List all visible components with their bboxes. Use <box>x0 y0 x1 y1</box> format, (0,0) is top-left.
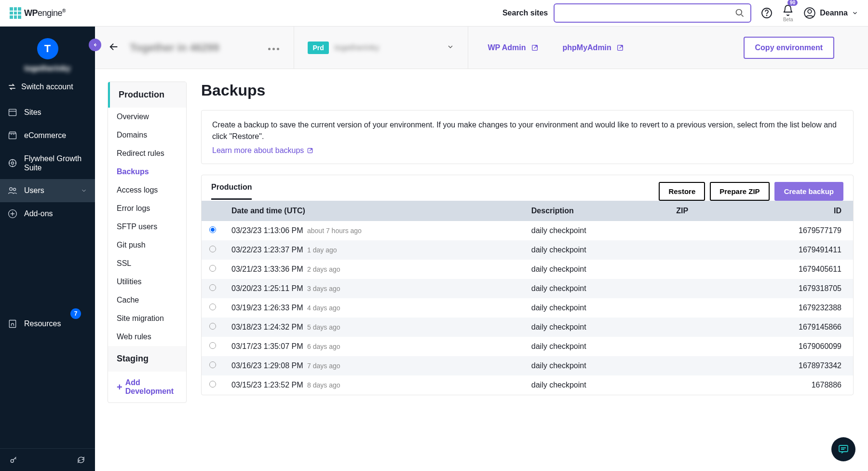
svg-point-9 <box>10 188 13 191</box>
sub-nav-overview[interactable]: Overview <box>108 108 186 126</box>
backup-radio[interactable] <box>209 342 216 349</box>
sidebar-item-label: Add-ons <box>24 209 53 218</box>
info-box: Create a backup to save the current vers… <box>201 110 854 164</box>
table-row[interactable]: 03/21/23 1:33:36 PM 2 days agodaily chec… <box>202 260 853 279</box>
refresh-icon[interactable] <box>77 456 85 464</box>
sub-nav-backups[interactable]: Backups <box>108 163 186 181</box>
site-name: Together in 46299 <box>130 42 219 54</box>
search-box[interactable] <box>554 3 751 23</box>
account-block: T togetherinky <box>0 27 95 78</box>
sub-nav-production-header[interactable]: Production <box>108 82 186 108</box>
backup-description: daily checkpoint <box>524 356 668 375</box>
learn-more-link[interactable]: Learn more about backups <box>212 146 313 155</box>
sidebar-item-label: Resources <box>24 319 61 328</box>
backup-description: daily checkpoint <box>524 279 668 298</box>
sidebar-item-ecommerce[interactable]: eCommerce <box>0 124 95 147</box>
backup-radio[interactable] <box>209 265 216 272</box>
sidebar-item-addons[interactable]: Add-ons <box>0 202 95 225</box>
wp-admin-link[interactable]: WP Admin <box>488 43 538 52</box>
env-badge: Prd <box>308 42 328 54</box>
col-desc: Description <box>524 201 668 221</box>
sub-nav-sftp-users[interactable]: SFTP users <box>108 218 186 236</box>
env-sub-nav: Production Overview Domains Redirect rul… <box>95 69 187 471</box>
sub-nav-redirect-rules[interactable]: Redirect rules <box>108 144 186 163</box>
addons-icon <box>8 209 17 219</box>
svg-rect-6 <box>9 134 16 139</box>
env-name: togetherinky <box>335 43 380 53</box>
backup-zip <box>668 260 725 279</box>
svg-point-4 <box>808 10 812 14</box>
table-row[interactable]: 03/16/23 1:29:08 PM 7 days agodaily chec… <box>202 356 853 375</box>
sub-nav-git-push[interactable]: Git push <box>108 236 186 254</box>
resources-icon <box>8 319 17 329</box>
sub-nav-domains[interactable]: Domains <box>108 126 186 144</box>
switch-account[interactable]: Switch account <box>0 78 95 101</box>
add-development[interactable]: +Add Development <box>108 372 186 402</box>
sidebar-item-resources[interactable]: 7 Resources <box>0 312 95 335</box>
resources-badge: 7 <box>70 308 81 319</box>
logo[interactable]: WPengine® <box>10 7 66 19</box>
sub-nav-cache[interactable]: Cache <box>108 291 186 309</box>
tab-production[interactable]: Production <box>211 183 252 200</box>
wp-admin-label: WP Admin <box>488 43 526 52</box>
table-row[interactable]: 03/23/23 1:13:06 PM about 7 hours agodai… <box>202 221 853 240</box>
phpmyadmin-link[interactable]: phpMyAdmin <box>563 43 624 52</box>
restore-button[interactable]: Restore <box>659 182 705 201</box>
table-row[interactable]: 03/22/23 1:23:37 PM 1 day agodaily check… <box>202 240 853 260</box>
site-more-menu[interactable] <box>267 43 280 52</box>
sidebar-item-users[interactable]: Users <box>0 179 95 202</box>
sub-nav-ssl[interactable]: SSL <box>108 254 186 273</box>
backup-radio[interactable] <box>209 304 216 310</box>
backup-radio[interactable] <box>209 361 216 368</box>
env-switcher[interactable] <box>447 43 454 53</box>
external-link-icon <box>307 147 313 154</box>
help-icon[interactable] <box>761 7 773 19</box>
table-row[interactable]: 03/17/23 1:35:07 PM 6 days agodaily chec… <box>202 337 853 356</box>
backup-zip <box>668 318 725 337</box>
backup-datetime: 03/17/23 1:35:07 PM <box>231 342 303 350</box>
site-header: Together in 46299 Prd togetherinky WP Ad… <box>95 27 868 69</box>
table-row[interactable]: 03/19/23 1:26:33 PM 4 days agodaily chec… <box>202 298 853 318</box>
backup-id: 1679232388 <box>725 298 853 318</box>
sites-icon <box>8 108 17 117</box>
backup-relative-time: about 7 hours ago <box>307 227 362 235</box>
backup-radio[interactable] <box>209 284 216 291</box>
table-row[interactable]: 03/18/23 1:24:32 PM 5 days agodaily chec… <box>202 318 853 337</box>
create-backup-button[interactable]: Create backup <box>774 182 843 201</box>
sub-nav-utilities[interactable]: Utilities <box>108 273 186 291</box>
external-link-icon <box>531 44 539 52</box>
sub-nav-web-rules[interactable]: Web rules <box>108 328 186 346</box>
sidebar-item-sites[interactable]: Sites <box>0 101 95 124</box>
backup-radio[interactable] <box>209 323 216 330</box>
backup-id: 1679405611 <box>725 260 853 279</box>
col-zip: ZIP <box>668 201 725 221</box>
notifications-icon[interactable]: 90 Beta <box>782 4 794 22</box>
key-icon[interactable] <box>10 456 18 464</box>
backup-id: 1679145866 <box>725 318 853 337</box>
plus-icon: + <box>117 382 122 393</box>
beta-label: Beta <box>783 17 793 22</box>
sidebar: T togetherinky Switch account Sites eCom… <box>0 27 95 471</box>
sub-nav-site-migration[interactable]: Site migration <box>108 309 186 328</box>
backup-radio[interactable] <box>209 246 216 252</box>
backup-radio[interactable] <box>209 381 216 388</box>
sidebar-item-label: eCommerce <box>24 131 66 140</box>
sub-nav-staging-header[interactable]: Staging <box>108 346 186 372</box>
table-row[interactable]: 03/15/23 1:23:52 PM 8 days agodaily chec… <box>202 375 853 395</box>
backup-datetime: 03/21/23 1:33:36 PM <box>231 265 303 273</box>
sub-nav-error-logs[interactable]: Error logs <box>108 199 186 218</box>
backup-description: daily checkpoint <box>524 221 668 240</box>
sub-nav-access-logs[interactable]: Access logs <box>108 181 186 199</box>
svg-point-8 <box>12 162 14 165</box>
table-row[interactable]: 03/20/23 1:25:11 PM 3 days agodaily chec… <box>202 279 853 298</box>
copy-environment-button[interactable]: Copy environment <box>744 37 834 59</box>
sidebar-item-flywheel[interactable]: Flywheel Growth Suite <box>0 147 95 179</box>
search-input[interactable] <box>560 9 735 17</box>
back-button[interactable] <box>108 42 130 54</box>
backup-radio[interactable] <box>209 226 216 233</box>
chat-fab[interactable] <box>831 437 855 461</box>
user-menu[interactable]: Deanna <box>803 7 858 19</box>
collapse-sidebar-button[interactable] <box>89 39 101 51</box>
prepare-zip-button[interactable]: Prepare ZIP <box>710 182 769 201</box>
backup-relative-time: 4 days ago <box>307 304 340 312</box>
